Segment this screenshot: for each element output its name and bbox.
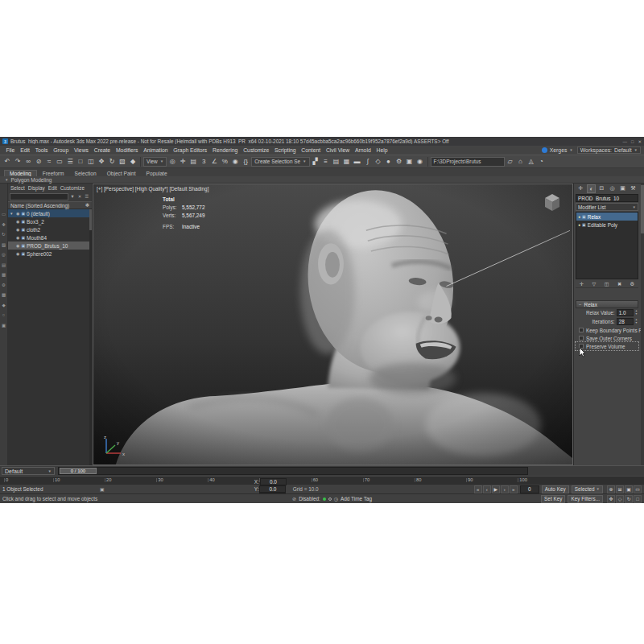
menu-item[interactable]: Tools [32, 147, 51, 153]
parameter-value-field[interactable]: 1.0 [617, 309, 634, 316]
object-name-label[interactable]: cloth2 [27, 227, 40, 233]
orbit-icon[interactable]: ↻ [625, 495, 633, 503]
menu-item[interactable]: Help [374, 147, 390, 153]
go-to-start-icon[interactable]: « [474, 485, 482, 493]
curve-editor-icon[interactable]: ∫ [363, 156, 373, 167]
keyboard-shortcut-override-icon[interactable]: ▤ [188, 156, 198, 167]
menu-item[interactable]: Civil View [324, 147, 353, 153]
schematic-view-icon[interactable]: ◇ [374, 156, 383, 167]
project-path-field[interactable]: F:\3DProjects\Brutus [431, 157, 505, 167]
bind-to-space-warp-icon[interactable]: ≈ [44, 156, 54, 167]
ribbon-tab[interactable]: Freeform [38, 171, 69, 176]
menu-item[interactable]: File [3, 147, 18, 153]
dock-pivot-icon[interactable]: ◆ [2, 303, 5, 308]
current-frame-field[interactable]: 0 [520, 485, 539, 493]
add-time-tag[interactable]: Add Time Tag [341, 496, 372, 502]
motion-tab-icon[interactable]: ◎ [608, 184, 617, 193]
tree-row[interactable]: ▼ ◉ ▣ Mouth84 [8, 233, 92, 242]
show-end-result-icon[interactable]: ▽ [592, 281, 597, 287]
menu-item[interactable]: Rendering [210, 147, 241, 153]
menu-item[interactable]: Customize [241, 147, 272, 153]
maximize-button[interactable]: □ [631, 139, 634, 144]
play-icon[interactable]: ▶ [492, 485, 500, 493]
search-options-icon[interactable]: ▼ [69, 194, 76, 199]
status-led-off[interactable] [328, 497, 332, 501]
close-button[interactable]: ✕ [638, 139, 642, 144]
account-menu[interactable]: Xerges ▼ [542, 147, 573, 153]
angle-snap-icon[interactable]: ∠ [209, 156, 219, 167]
render-setup-icon[interactable]: ⚙ [394, 156, 404, 167]
modifier-name-label[interactable]: Editable Poly [588, 222, 617, 228]
spinner-arrows[interactable]: ▲▼ [635, 310, 638, 316]
create-tab-icon[interactable]: ✛ [576, 184, 585, 193]
frozen-column-icon[interactable]: ❄ [85, 202, 89, 208]
scene-explorer-menu-item[interactable]: Select [10, 185, 25, 191]
window-crossing-icon[interactable]: ◫ [86, 156, 96, 167]
parameter-value-field[interactable]: 28 [617, 318, 634, 325]
relax-rollout-header[interactable]: − Relax [576, 300, 638, 308]
unlink-selection-icon[interactable]: ⊘ [34, 156, 43, 167]
expander-icon[interactable]: ▼ [10, 212, 14, 216]
redo-icon[interactable]: ↷ [13, 156, 23, 167]
perspective-viewport[interactable]: [+] [Perspective] [High Quality*] [Defau… [93, 184, 573, 465]
rendered-frame-window-icon[interactable]: ▣ [405, 156, 415, 167]
menu-item[interactable]: Modifiers [114, 147, 141, 153]
rectangular-selection-region-icon[interactable]: □ [76, 156, 85, 167]
previous-frame-icon[interactable]: ‹ [483, 485, 491, 493]
named-selection-set-dropdown[interactable]: Create Selection Se ▼ [251, 157, 309, 167]
scene-explorer-menu-item[interactable]: Customize [60, 185, 85, 191]
auto-key-button[interactable]: Auto Key [542, 485, 569, 493]
dock-display-icon[interactable]: ▦ [2, 273, 6, 278]
ribbon-tab[interactable]: Object Paint [102, 171, 141, 176]
hierarchy-tab-icon[interactable]: ⊟ [597, 184, 606, 193]
dock-misc-icon[interactable]: ○ [2, 313, 5, 318]
zoom-extents-icon[interactable]: ▣ [625, 485, 633, 493]
select-by-name-icon[interactable]: ☰ [65, 156, 75, 167]
next-frame-icon[interactable]: › [501, 485, 509, 493]
modifier-name-label[interactable]: Relax [588, 214, 601, 220]
scene-explorer-menu-item[interactable]: Display [28, 185, 45, 191]
ribbon-tab[interactable]: Selection [70, 171, 101, 176]
percent-snap-icon[interactable]: % [220, 156, 229, 167]
explorer-column-header[interactable]: Name (Sorted Ascending) ❄ [8, 201, 92, 209]
coordinate-field[interactable]: 0.0 [259, 485, 286, 493]
tree-row[interactable]: ▼ ◉ ▣ PROD_Brutus_10 [8, 242, 92, 250]
toggle-scene-explorer-icon[interactable]: ▤ [332, 156, 341, 167]
menu-item[interactable]: Content [299, 147, 324, 153]
dock-move-icon[interactable]: ✥ [2, 223, 6, 228]
edit-named-selection-sets-icon[interactable]: {} [241, 156, 250, 167]
field-of-view-icon[interactable]: ◇ [616, 495, 624, 503]
use-pivot-center-icon[interactable]: ◎ [167, 156, 177, 167]
checkbox[interactable] [579, 336, 584, 341]
time-slider-track[interactable]: 0 / 100 [58, 467, 528, 475]
dock-snap-icon[interactable]: ◎ [2, 253, 6, 258]
menu-item[interactable]: Edit [18, 147, 33, 153]
zoom-all-icon[interactable]: ⊞ [616, 485, 624, 493]
visibility-eye-icon[interactable]: ◉ [16, 211, 19, 216]
object-name-field[interactable]: PROD_Brutus_10 [576, 194, 638, 202]
dock-rotate-icon[interactable]: ↻ [2, 233, 6, 237]
go-to-end-icon[interactable]: » [510, 485, 518, 493]
modifier-enable-bulb-icon[interactable]: ● [578, 214, 580, 219]
align-icon[interactable]: ≡ [321, 156, 331, 167]
checkbox-row[interactable]: Save Outer Corners [576, 334, 638, 342]
arnold-toolbar-icon[interactable]: ◬ [526, 156, 536, 167]
dock-extra-icon[interactable]: ▣ [2, 324, 6, 328]
explorer-scrollbar[interactable] [89, 209, 92, 465]
search-input[interactable] [10, 193, 68, 200]
toggle-layer-explorer-icon[interactable]: ▦ [342, 156, 352, 167]
select-and-move-icon[interactable]: ✥ [97, 156, 106, 167]
toggle-ribbon-icon[interactable]: ▬ [353, 156, 362, 167]
home-folder-icon[interactable]: ⌂ [516, 156, 526, 167]
maximize-viewport-icon[interactable]: □ [634, 495, 642, 503]
spinner-snap-icon[interactable]: ◉ [230, 156, 240, 167]
dock-settings-icon[interactable]: ⚙ [2, 283, 6, 288]
menu-item[interactable]: Animation [141, 147, 171, 153]
viewport-label[interactable]: [+] [Perspective] [High Quality*] [Defau… [97, 186, 208, 192]
key-mode-dropdown[interactable]: Selected ▼ [572, 485, 603, 493]
ribbon-tab[interactable]: Populate [142, 171, 172, 176]
menu-item[interactable]: Graph Editors [171, 147, 210, 153]
select-and-link-icon[interactable]: ∞ [23, 156, 33, 167]
pin-stack-icon[interactable]: ✛ [580, 281, 584, 287]
object-name-label[interactable]: Box3_2 [27, 219, 44, 225]
